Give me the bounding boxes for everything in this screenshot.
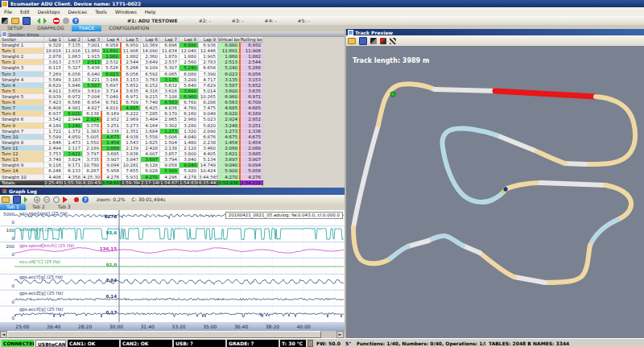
lap-time-cell[interactable]: 3:659: [64, 89, 83, 94]
lap-time-cell[interactable]: 2:532: [102, 60, 122, 65]
lap-time-cell[interactable]: 11:834: [160, 48, 180, 54]
virtual-best-cell[interactable]: 11:691: [218, 48, 241, 54]
lap-time-cell[interactable]: 7:135: [64, 43, 83, 48]
rolling-best-cell[interactable]: 4:685: [241, 105, 263, 111]
lap-time-cell[interactable]: 3:460: [199, 146, 218, 151]
lap-time-cell[interactable]: 3:621: [64, 151, 83, 157]
lap-time-cell[interactable]: 3:183: [64, 77, 83, 83]
lap-time-cell[interactable]: 9:048: [199, 111, 218, 117]
graph-open-icon[interactable]: [2, 196, 10, 203]
lap-time-cell[interactable]: 1:870: [160, 54, 180, 60]
sector-name-cell[interactable]: Turn 2: [0, 60, 44, 65]
lap-time-cell[interactable]: 8:267: [83, 168, 102, 174]
lap-time-cell[interactable]: 3:248: [64, 123, 83, 129]
lap-time-cell[interactable]: 2:513: [83, 60, 102, 65]
lap-time-cell[interactable]: 6:960: [180, 94, 199, 100]
settings-icon[interactable]: [63, 18, 69, 24]
lap-time-cell[interactable]: 5:640: [180, 83, 199, 89]
lap-time-cell[interactable]: 1:504: [160, 140, 180, 146]
lap-time-cell[interactable]: 5:920: [180, 168, 199, 174]
rolling-best-cell[interactable]: 1:454: [241, 140, 263, 146]
lap-time-cell[interactable]: 4:25:307: [83, 175, 102, 180]
lap-time-cell[interactable]: 6:023: [102, 72, 122, 77]
lap-time-cell[interactable]: 10:265: [199, 94, 218, 100]
tab-track[interactable]: TRACK: [72, 25, 102, 31]
lap-time-cell[interactable]: 9:094: [102, 163, 122, 168]
lap-time-cell[interactable]: 1:722: [44, 129, 64, 134]
lap-time-cell[interactable]: 3:794: [160, 157, 180, 163]
rolling-best-cell[interactable]: 1:54:232: [241, 180, 263, 186]
lap-time-cell[interactable]: 7:004: [83, 94, 102, 100]
lap-time-cell[interactable]: 5:549: [44, 77, 64, 83]
lap-time-cell[interactable]: 4:007: [141, 151, 160, 157]
rolling-best-cell[interactable]: 6:709: [241, 100, 263, 105]
track-edit-icon[interactable]: [380, 38, 386, 44]
lap-time-cell[interactable]: 4:717: [199, 77, 218, 83]
graph-tab-1[interactable]: Tab 1: [0, 204, 26, 210]
lap-time-cell[interactable]: 9:128: [141, 163, 160, 168]
virtual-best-cell[interactable]: 2:513: [218, 60, 241, 65]
lap-time-cell[interactable]: 1:59:394: [122, 180, 141, 186]
lap-time-cell[interactable]: 6:246: [44, 168, 64, 174]
lap-time-cell[interactable]: 5:526: [102, 65, 122, 71]
lap-time-cell[interactable]: 2:238: [199, 140, 218, 146]
lap-time-cell[interactable]: 11:860: [83, 48, 102, 54]
lap-time-cell[interactable]: 4:827: [83, 105, 102, 111]
device-tab-3[interactable]: #3: -: [232, 18, 244, 23]
lap-time-cell[interactable]: 7:748: [141, 100, 160, 105]
lap-time-cell[interactable]: 2:17:146: [141, 180, 160, 186]
lap-time-cell[interactable]: 6:760: [180, 100, 199, 105]
save-icon[interactable]: [23, 17, 31, 25]
lap-time-cell[interactable]: 3:302: [160, 123, 180, 129]
lap-time-cell[interactable]: 3:221: [83, 77, 102, 83]
sector-name-cell[interactable]: Turn 5: [0, 89, 44, 94]
lap-time-cell[interactable]: 6:971: [122, 94, 141, 100]
lap-time-cell[interactable]: 6:936: [199, 43, 218, 48]
lap-time-cell[interactable]: 3:135: [160, 77, 180, 83]
lap-time-cell[interactable]: 1:54:638: [180, 180, 199, 186]
zoom-in-icon[interactable]: +: [34, 196, 40, 203]
lap-time-cell[interactable]: 4:850: [64, 134, 83, 140]
sector-name-cell[interactable]: Turn 12: [0, 151, 44, 157]
menu-item-devices[interactable]: Devices: [64, 9, 92, 14]
lap-time-cell[interactable]: 2:090: [199, 129, 218, 134]
lap-time-cell[interactable]: 4:316: [141, 89, 160, 94]
virtual-best-cell[interactable]: 6:023: [218, 72, 241, 77]
lap-time-cell[interactable]: 8:115: [44, 65, 64, 71]
sector-name-cell[interactable]: Turn 10: [0, 134, 44, 140]
sector-name-cell[interactable]: Turn 7: [0, 105, 44, 111]
lap-time-cell[interactable]: 5:266: [122, 65, 141, 71]
lap-time-cell[interactable]: 1:54:621: [102, 180, 122, 186]
lap-time-cell[interactable]: 18:816: [44, 48, 64, 54]
lap-time-cell[interactable]: 9:328: [44, 43, 64, 48]
lap-time-cell[interactable]: 1:550: [83, 140, 102, 146]
column-header[interactable]: Lap 5: [122, 37, 141, 43]
virtual-best-cell[interactable]: 5:240: [218, 65, 241, 71]
rolling-best-cell[interactable]: 6:169: [241, 111, 263, 117]
lap-time-cell[interactable]: 4:164: [141, 123, 160, 129]
menu-item-desktops[interactable]: Desktops: [34, 9, 64, 14]
rolling-best-cell[interactable]: 4:675: [241, 134, 263, 140]
sector-name-cell[interactable]: Straight 3: [0, 65, 44, 71]
lap-time-cell[interactable]: 6:880: [180, 43, 199, 48]
lap-time-cell[interactable]: 1:684: [141, 129, 160, 134]
lap-time-cell[interactable]: 3:847: [122, 157, 141, 163]
lap-time-cell[interactable]: 5:909: [160, 168, 180, 174]
channel-label[interactable]: gps.accZ[g] (25 Hz): [19, 291, 63, 295]
lap-time-cell[interactable]: 11:916: [64, 48, 83, 54]
lap-time-cell[interactable]: 3:857: [160, 151, 180, 157]
lap-time-cell[interactable]: 2:783: [199, 60, 218, 65]
lap-time-cell[interactable]: 3:697: [141, 157, 160, 163]
lap-time-cell[interactable]: 8:286: [199, 100, 218, 105]
lap-time-cell[interactable]: 6:15:443: [199, 180, 218, 186]
lap-time-cell[interactable]: 10:369: [141, 43, 160, 48]
lap-time-cell[interactable]: 3:600: [180, 89, 199, 94]
lap-time-cell[interactable]: 2:537: [160, 60, 180, 65]
rolling-best-cell[interactable]: 5:956: [241, 168, 263, 174]
channel-label[interactable]: ecu.rpm[rpm] (25 Hz): [19, 211, 68, 216]
lap-time-cell[interactable]: 5:436: [83, 65, 102, 71]
scroll-left-arrow-icon[interactable]: ◄: [0, 331, 7, 338]
lap-time-cell[interactable]: 3:840: [180, 157, 199, 163]
lap-time-cell[interactable]: 6:781: [102, 100, 122, 105]
sector-name-cell[interactable]: Turn 1: [0, 48, 44, 54]
